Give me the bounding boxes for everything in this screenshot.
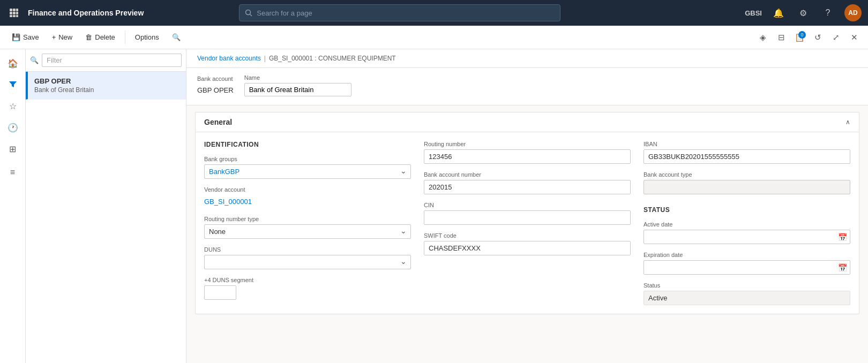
bank-account-type-input [643,180,850,194]
routing-number-type-group: Routing number type None ABA CHIPS [204,216,411,239]
svg-rect-6 [10,15,12,17]
routing-number-input[interactable] [424,149,631,164]
duns-segment-label: +4 DUNS segment [204,277,411,283]
duns-segment-group: +4 DUNS segment [204,277,411,300]
save-icon: 💾 [12,33,20,41]
top-nav-right-area: GBSI 🔔 ⚙ ? AD [745,4,862,21]
identification-label: IDENTIFICATION [204,141,411,148]
vendor-account-group: Vendor account GB_SI_000001 [204,186,411,208]
status-section: STATUS Active date 📅 Expiration date [643,206,850,305]
bank-account-type-label: Bank account type [643,171,850,178]
breadcrumb: Vendor bank accounts | GB_SI_000001 : CO… [186,49,868,68]
active-date-wrapper: 📅 [643,230,850,244]
sidebar-filter-icon[interactable] [3,75,23,94]
vendor-account-link[interactable]: GB_SI_000001 [204,195,411,208]
name-input[interactable] [244,83,351,96]
duns-segment-input[interactable] [204,285,236,300]
duns-select[interactable] [204,255,411,269]
iban-group: IBAN [643,141,850,164]
name-field-group: Name [244,74,351,96]
search-input[interactable] [257,9,555,17]
svg-line-10 [250,14,252,17]
sidebar-home-icon[interactable]: 🏠 [3,54,23,73]
search-bar[interactable] [239,4,560,21]
sidebar-grid-icon[interactable]: ⊞ [3,139,23,158]
svg-rect-1 [13,9,16,11]
settings-icon[interactable]: ⚙ [795,5,811,21]
expiration-date-input[interactable] [643,260,850,275]
new-button[interactable]: + New [47,31,78,44]
options-button[interactable]: Options [130,31,164,44]
general-section: General ∧ IDENTIFICATION Bank groups Ban… [195,112,859,314]
iban-input[interactable] [643,149,850,164]
general-section-header[interactable]: General ∧ [196,112,859,132]
breadcrumb-separator: | [264,55,266,62]
list-item-subtitle: Bank of Great Britain [34,86,179,94]
vendor-account-label: Vendor account [204,186,411,193]
layout-icon[interactable]: ⊟ [774,30,789,45]
save-button[interactable]: 💾 Save [6,31,44,44]
routing-number-group: Routing number [424,141,631,164]
svg-rect-4 [13,12,16,14]
svg-rect-7 [13,15,16,17]
delete-button[interactable]: 🗑 Delete [80,31,121,44]
sidebar-list-icon[interactable]: ≡ [3,163,23,182]
list-filter-bar: 🔍 [26,49,186,72]
breadcrumb-parent[interactable]: Vendor bank accounts [197,55,261,62]
list-item-title: GBP OPER [34,77,179,85]
active-date-calendar-icon[interactable]: 📅 [838,233,847,241]
swift-code-group: SWIFT code [424,232,631,255]
notification-icon[interactable]: 🔔 [770,5,787,21]
routing-number-type-wrapper: None ABA CHIPS [204,224,411,239]
duns-group: DUNS [204,246,411,269]
grid-menu-icon[interactable] [6,5,21,20]
identification-header-group: IDENTIFICATION [204,141,411,148]
app-title: Finance and Operations Preview [28,9,144,17]
sidebar-star-icon[interactable]: ☆ [3,96,23,116]
breadcrumb-current: GB_SI_000001 : CONSUMER EQUIPMENT [269,55,396,62]
routing-number-type-select[interactable]: None ABA CHIPS [204,224,411,239]
list-item[interactable]: GBP OPER Bank of Great Britain [26,72,186,100]
svg-point-9 [246,10,251,15]
expiration-date-calendar-icon[interactable]: 📅 [838,263,847,272]
bank-account-type-group: Bank account type [643,171,850,194]
bank-groups-select-wrapper: BankGBP BankUSD BankEUR [204,164,411,179]
notifications-badge-icon[interactable]: 📋 0 [792,30,807,45]
swift-code-label: SWIFT code [424,232,631,239]
expand-icon[interactable]: ⤢ [828,30,843,45]
bank-account-number-label: Bank account number [424,171,631,178]
user-avatar[interactable]: AD [844,4,862,21]
filter-input[interactable] [42,54,182,67]
user-code: GBSI [745,9,762,17]
toolbar-separator [125,31,125,44]
svg-rect-2 [16,9,18,11]
main-layout: 🏠 ☆ 🕐 ⊞ ≡ 🔍 GBP OPER Bank of Great Brita… [0,49,868,363]
bank-groups-select[interactable]: BankGBP BankUSD BankEUR [204,164,411,179]
identification-column: IDENTIFICATION Bank groups BankGBP BankU… [204,141,411,305]
help-icon[interactable]: ? [820,5,836,21]
iban-status-column: IBAN Bank account type STATUS Active dat… [643,141,850,305]
sidebar-icons: 🏠 ☆ 🕐 ⊞ ≡ [0,49,26,363]
duns-select-wrapper [204,255,411,269]
refresh-icon[interactable]: ↺ [810,30,825,45]
active-date-input[interactable] [643,230,850,244]
top-navigation: Finance and Operations Preview GBSI 🔔 ⚙ … [0,0,868,26]
detail-header-fields: Bank account GBP OPER Name [186,68,868,105]
diamond-icon[interactable]: ◈ [755,30,770,45]
svg-rect-5 [16,12,18,14]
close-icon[interactable]: ✕ [847,30,862,45]
expiration-date-label: Expiration date [643,252,850,258]
duns-label: DUNS [204,246,411,253]
bank-account-number-input[interactable] [424,180,631,194]
general-section-title: General [204,118,232,126]
cin-group: CIN [424,202,631,225]
name-label: Name [244,74,351,81]
active-date-group: Active date 📅 [643,221,850,244]
bank-groups-group: Bank groups BankGBP BankUSD BankEUR [204,156,411,179]
cin-input[interactable] [424,210,631,225]
search-icon [245,9,252,17]
search-toolbar-button[interactable]: 🔍 [167,31,186,44]
toolbar-search-icon: 🔍 [172,33,181,41]
swift-code-input[interactable] [424,241,631,255]
sidebar-clock-icon[interactable]: 🕐 [3,118,23,137]
